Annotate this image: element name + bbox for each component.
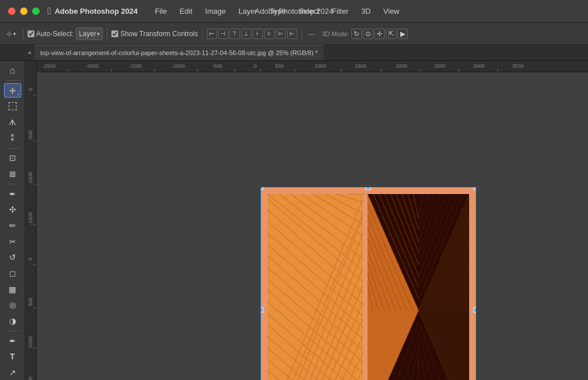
- distribute-h-icon[interactable]: ⊨: [276, 29, 286, 39]
- threed-camera-icon[interactable]: ▶: [397, 29, 408, 39]
- svg-text:1000: 1000: [28, 336, 33, 348]
- svg-text:-500: -500: [212, 63, 222, 69]
- left-toolbar: ⌂ ✛ ▸ ᗑ ⁑ ⊡ ⊠ ✒ ✣ ✏ ✂: [0, 61, 25, 380]
- canvas-area: -2500 -2000 -1500 -1000 -500 0 500: [25, 61, 588, 380]
- healing-brush-tool[interactable]: ✣: [4, 202, 21, 217]
- svg-rect-141: [261, 187, 263, 189]
- eraser-tool[interactable]: ◻: [4, 266, 21, 281]
- gradient-icon: ▦: [9, 285, 16, 294]
- menu-layer[interactable]: Layer: [233, 5, 263, 18]
- auto-select-dropdown[interactable]: Layer ▾: [76, 28, 103, 40]
- brush-icon: ✏: [9, 221, 16, 230]
- app-title: Adobe Photoshop 2024: [55, 7, 137, 15]
- svg-text:500: 500: [275, 63, 284, 69]
- threed-rotate-icon[interactable]: ↻: [351, 29, 362, 39]
- align-center-h-icon[interactable]: ⊣: [218, 29, 229, 39]
- close-button[interactable]: [8, 7, 16, 15]
- history-brush-tool[interactable]: ↺: [4, 250, 21, 265]
- align-bottom-icon[interactable]: ⊧: [264, 29, 274, 39]
- tab-filename: top-view-of-arrangement-of-colorful-pape…: [40, 49, 318, 56]
- threed-pan-icon[interactable]: ⊙: [363, 29, 373, 39]
- align-icons-group: ⊢ ⊣ ⊤ ⊥ ⊦ ⊧ ⊨ ⊩: [207, 29, 297, 39]
- dodge-tool[interactable]: ◑: [4, 313, 21, 328]
- options-toolbar: ⊹ ▾ Auto-Select: Layer ▾ Show Transform …: [0, 23, 588, 45]
- transform-checkbox[interactable]: [111, 30, 118, 37]
- align-center-v-icon[interactable]: ⊦: [253, 29, 263, 39]
- clone-stamp-icon: ✂: [9, 237, 16, 246]
- threed-icons-group: ↻ ⊙ ✛ ⇱ ▶: [351, 29, 408, 39]
- auto-select-label: Auto-Select:: [36, 30, 74, 38]
- separator-1: [23, 28, 24, 40]
- separator-4: [301, 28, 302, 40]
- separator-2: [107, 28, 107, 40]
- left-toolbar-sep-4: [6, 331, 20, 331]
- threed-mode-label: 3D Mode:: [322, 30, 349, 37]
- svg-text:500: 500: [28, 297, 33, 306]
- left-toolbar-sep-3: [6, 184, 20, 184]
- horizontal-ruler: -2500 -2000 -1500 -1000 -500 0 500: [37, 61, 588, 72]
- minimize-button[interactable]: [20, 7, 28, 15]
- home-button[interactable]: ⌂: [4, 63, 21, 78]
- svg-text:-1500: -1500: [129, 63, 142, 69]
- align-left-icon[interactable]: ⊢: [207, 29, 217, 39]
- eyedropper-tool[interactable]: ✒: [4, 187, 21, 201]
- menu-select[interactable]: Select: [293, 5, 325, 18]
- svg-text:-1000: -1000: [28, 172, 33, 185]
- lasso-icon: ᗑ: [9, 118, 16, 127]
- move-tool-button[interactable]: ⊹ ▾: [3, 28, 19, 40]
- blur-tool[interactable]: ◎: [4, 298, 21, 313]
- menu-file[interactable]: File: [149, 5, 173, 18]
- svg-rect-147: [261, 308, 263, 312]
- canvas-viewport[interactable]: [37, 72, 588, 380]
- eraser-icon: ◻: [9, 269, 16, 278]
- align-right-icon[interactable]: ⊤: [230, 29, 240, 39]
- healing-brush-icon: ✣: [9, 205, 16, 214]
- svg-text:0: 0: [28, 88, 33, 91]
- document-tab[interactable]: top-view-of-arrangement-of-colorful-pape…: [34, 45, 324, 60]
- move-icon: ⊹: [6, 30, 12, 38]
- svg-text:-500: -500: [28, 130, 33, 141]
- path-selection-tool[interactable]: ↗: [4, 365, 21, 380]
- svg-text:0: 0: [254, 63, 257, 69]
- pen-tool[interactable]: ✒: [4, 334, 21, 348]
- frame-tool[interactable]: ⊠: [4, 166, 21, 181]
- menu-view[interactable]: View: [378, 5, 405, 18]
- align-top-icon[interactable]: ⊥: [241, 29, 252, 39]
- select-rect-tool[interactable]: [4, 99, 21, 114]
- ruler-container: -2500 -2000 -1500 -1000 -500 0 500: [25, 61, 588, 380]
- svg-text:1500: 1500: [28, 377, 33, 380]
- threed-move-icon[interactable]: ✛: [374, 29, 385, 39]
- auto-select-check[interactable]: Auto-Select:: [28, 30, 74, 38]
- type-tool[interactable]: T: [4, 350, 21, 365]
- lasso-tool[interactable]: ᗑ: [4, 115, 21, 130]
- auto-select-checkbox[interactable]: [28, 30, 34, 37]
- frame-icon: ⊠: [9, 169, 16, 179]
- menu-image[interactable]: Image: [199, 5, 231, 18]
- clone-stamp-tool[interactable]: ✂: [4, 234, 21, 249]
- more-options-button[interactable]: ···: [306, 28, 318, 40]
- quick-select-tool[interactable]: ⁑: [4, 131, 21, 146]
- svg-text:0: 0: [28, 257, 33, 260]
- crop-icon: ⊡: [9, 153, 16, 162]
- gradient-tool[interactable]: ▦: [4, 282, 21, 297]
- menu-3d[interactable]: 3D: [355, 5, 377, 18]
- threed-scale-icon[interactable]: ⇱: [386, 29, 396, 39]
- brush-tool[interactable]: ✏: [4, 218, 21, 233]
- crop-tool[interactable]: ⊡: [4, 150, 21, 165]
- menu-edit[interactable]: Edit: [174, 5, 198, 18]
- separator-3: [202, 28, 203, 40]
- svg-text:3500: 3500: [512, 63, 524, 69]
- menu-filter[interactable]: Filter: [326, 5, 354, 18]
- distribute-v-icon[interactable]: ⊩: [287, 29, 297, 39]
- apple-logo-icon: : [48, 6, 51, 17]
- window-controls: [0, 7, 40, 15]
- menu-type[interactable]: Type: [264, 5, 292, 18]
- tab-nav-arrow: ◂: [28, 49, 31, 56]
- maximize-button[interactable]: [32, 7, 40, 15]
- rect-select-icon: [9, 102, 17, 110]
- svg-text:3000: 3000: [473, 63, 485, 69]
- transform-check[interactable]: Show Transform Controls: [111, 30, 198, 38]
- canvas-image[interactable]: [261, 187, 476, 380]
- transform-label: Show Transform Controls: [120, 30, 198, 38]
- move-tool[interactable]: ✛ ▸: [4, 83, 21, 98]
